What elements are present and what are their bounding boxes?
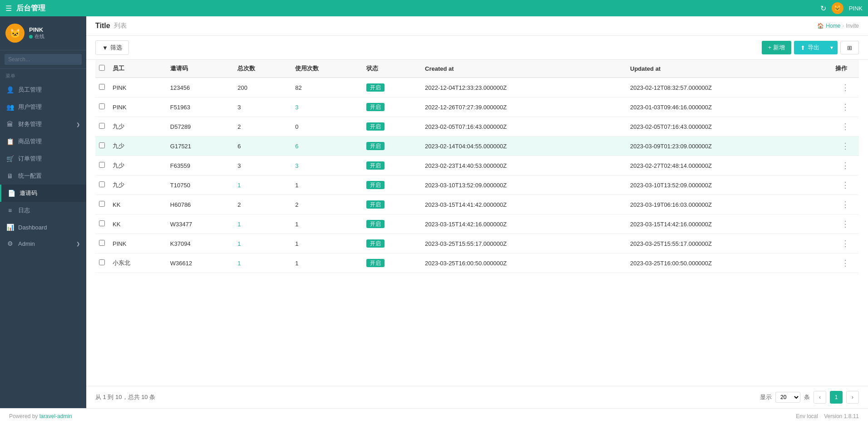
page-1-button[interactable]: 1	[830, 391, 843, 404]
action-menu-button[interactable]: ⋮	[841, 161, 849, 170]
action-menu-button[interactable]: ⋮	[841, 83, 849, 92]
export-group: ⬆ 导出 ▾	[794, 41, 838, 54]
row-checkbox[interactable]	[99, 220, 105, 226]
row-status: 开启	[363, 156, 421, 175]
table-row: 小东北W3661211开启2023-03-25T16:00:50.000000Z…	[95, 253, 859, 273]
next-page-button[interactable]: ›	[846, 391, 859, 404]
row-used-link[interactable]: 3	[295, 104, 298, 111]
action-menu-button[interactable]: ⋮	[841, 219, 849, 229]
toolbar-left: ▼ 筛选	[95, 40, 129, 55]
row-employee: KK	[109, 195, 167, 214]
sidebar-item-dashboard[interactable]: 📊 Dashboard	[0, 219, 86, 235]
filter-button[interactable]: ▼ 筛选	[95, 40, 129, 55]
grid-view-button[interactable]: ⊞	[840, 41, 859, 54]
row-status: 开启	[363, 195, 421, 214]
row-checkbox[interactable]	[99, 84, 105, 90]
add-label: + 新增	[768, 44, 785, 52]
top-header: ☰ 后台管理 ↻ 🐱 PINK	[0, 0, 868, 16]
row-checkbox[interactable]	[99, 240, 105, 246]
row-total-link[interactable]: 1	[237, 221, 241, 228]
breadcrumb: 🏠 Home › Invite	[817, 23, 859, 29]
row-checkbox[interactable]	[99, 103, 105, 109]
sidebar-item-admin[interactable]: ⚙ Admin ❯	[0, 235, 86, 252]
row-checkbox[interactable]	[99, 259, 105, 265]
action-menu-button[interactable]: ⋮	[841, 141, 849, 151]
menu-toggle-icon[interactable]: ☰	[5, 4, 12, 13]
row-checkbox-cell	[95, 97, 109, 117]
finance-icon: 🏛	[6, 121, 14, 128]
sidebar-item-label-log: 日志	[18, 206, 30, 214]
page-size-select[interactable]: 20 50 100	[775, 392, 800, 403]
col-actions: 操作	[832, 60, 859, 78]
sidebar-item-user[interactable]: 👥 用户管理	[0, 98, 86, 116]
action-menu-button[interactable]: ⋮	[841, 258, 849, 268]
sidebar-item-invite[interactable]: 📄 邀请码	[0, 185, 86, 202]
row-total: 6	[234, 136, 291, 156]
home-icon: 🏠	[817, 23, 824, 29]
refresh-icon[interactable]: ↻	[820, 4, 826, 13]
sidebar-item-staff[interactable]: 👤 员工管理	[0, 81, 86, 98]
sidebar-item-label-product: 商品管理	[18, 137, 42, 146]
prev-page-button[interactable]: ‹	[814, 391, 826, 404]
data-table: 员工 邀请码 总次数 使用次数 状态 Created at Updated at…	[95, 60, 859, 273]
row-total-link[interactable]: 1	[237, 260, 241, 267]
row-actions: ⋮	[832, 117, 859, 136]
row-total-link[interactable]: 1	[237, 240, 241, 247]
sidebar-item-log[interactable]: ≡ 日志	[0, 202, 86, 219]
row-code: K37094	[167, 234, 234, 253]
export-button[interactable]: ⬆ 导出	[794, 41, 826, 54]
header-right: ↻ 🐱 PINK	[820, 2, 863, 14]
grid-icon: ⊞	[847, 44, 852, 51]
sidebar-item-finance[interactable]: 🏛 财务管理 ❯	[0, 116, 86, 133]
version-text: Version 1.8.11	[824, 413, 859, 419]
main-layout: 🐱 PINK 在线 菜单 👤 员工管理 👥 用户管理 🏛 财务管理 ❯	[0, 16, 868, 408]
row-total-link[interactable]: 1	[237, 182, 241, 189]
row-total: 1	[234, 234, 291, 253]
row-checkbox[interactable]	[99, 123, 105, 129]
export-dropdown-button[interactable]: ▾	[826, 41, 838, 54]
row-actions: ⋮	[832, 234, 859, 253]
row-employee: 九少	[109, 136, 167, 156]
add-button[interactable]: + 新增	[762, 41, 791, 54]
breadcrumb-current: Invite	[846, 23, 859, 29]
col-status: 状态	[363, 60, 421, 78]
status-badge: 开启	[366, 259, 385, 267]
per-label: 条	[804, 393, 810, 401]
action-menu-button[interactable]: ⋮	[841, 122, 849, 131]
env-text: Env local	[796, 413, 818, 419]
export-label: 导出	[808, 44, 819, 52]
row-used-link[interactable]: 3	[295, 162, 298, 169]
row-employee: 九少	[109, 117, 167, 136]
row-checkbox[interactable]	[99, 162, 105, 168]
row-used: 1	[291, 175, 363, 195]
action-menu-button[interactable]: ⋮	[841, 180, 849, 190]
sidebar-item-product[interactable]: 📋 商品管理	[0, 133, 86, 150]
user-avatar-top[interactable]: 🐱	[832, 2, 843, 14]
footer-link[interactable]: laravel-admin	[39, 413, 72, 419]
status-badge: 开启	[366, 220, 385, 228]
action-menu-button[interactable]: ⋮	[841, 200, 849, 209]
row-created-at: 2023-02-23T14:40:53.000000Z	[421, 156, 626, 175]
row-actions: ⋮	[832, 78, 859, 97]
sidebar-item-config[interactable]: 🖥 统一配置	[0, 167, 86, 185]
sidebar-item-order[interactable]: 🛒 订单管理	[0, 150, 86, 167]
select-all-checkbox[interactable]	[99, 65, 105, 71]
show-label: 显示	[760, 393, 772, 401]
toolbar: ▼ 筛选 + 新增 ⬆ 导出 ▾ ⊞	[86, 36, 868, 60]
breadcrumb-home[interactable]: Home	[826, 23, 840, 29]
order-icon: 🛒	[6, 155, 14, 162]
row-checkbox[interactable]	[99, 181, 105, 187]
action-menu-button[interactable]: ⋮	[841, 102, 849, 112]
row-checkbox-cell	[95, 136, 109, 156]
row-used-link[interactable]: 6	[295, 143, 298, 150]
row-created-at: 2023-03-25T16:00:50.000000Z	[421, 253, 626, 273]
row-total: 1	[234, 253, 291, 273]
row-updated-at: 2023-03-19T06:16:03.000000Z	[626, 195, 832, 214]
row-checkbox[interactable]	[99, 142, 105, 148]
sidebar-item-label-finance: 财务管理	[18, 120, 42, 128]
row-status: 开启	[363, 97, 421, 117]
search-input[interactable]	[5, 54, 82, 65]
row-checkbox[interactable]	[99, 201, 105, 207]
row-used: 82	[291, 78, 363, 97]
action-menu-button[interactable]: ⋮	[841, 239, 849, 248]
